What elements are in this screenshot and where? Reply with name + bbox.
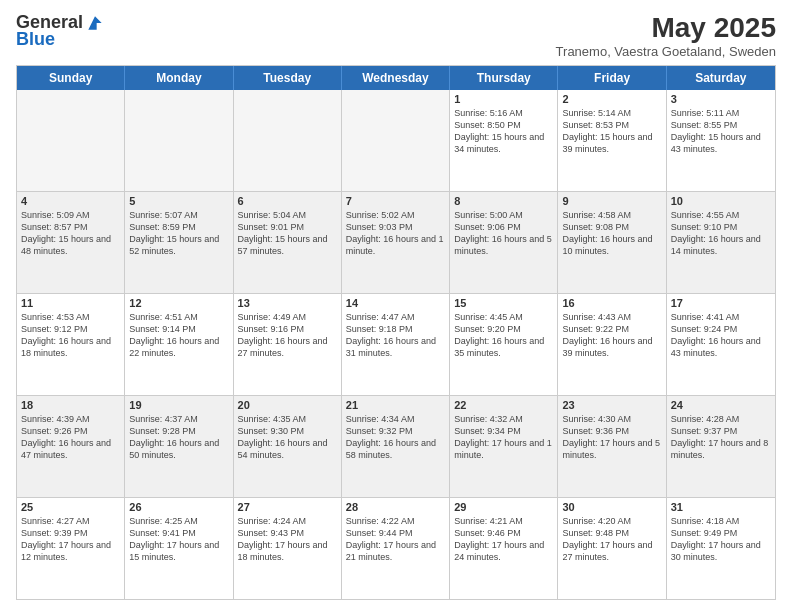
calendar-cell: 31Sunrise: 4:18 AM Sunset: 9:49 PM Dayli… [667,498,775,599]
day-number: 9 [562,195,661,207]
day-number: 27 [238,501,337,513]
calendar-row-3: 11Sunrise: 4:53 AM Sunset: 9:12 PM Dayli… [17,294,775,396]
calendar-row-5: 25Sunrise: 4:27 AM Sunset: 9:39 PM Dayli… [17,498,775,599]
day-number: 18 [21,399,120,411]
month-year: May 2025 [556,12,776,44]
day-number: 10 [671,195,771,207]
calendar-cell: 23Sunrise: 4:30 AM Sunset: 9:36 PM Dayli… [558,396,666,497]
calendar-header: SundayMondayTuesdayWednesdayThursdayFrid… [17,66,775,90]
day-number: 8 [454,195,553,207]
logo-block: General Blue [16,12,105,50]
weekday-header-wednesday: Wednesday [342,66,450,90]
day-info: Sunrise: 5:16 AM Sunset: 8:50 PM Dayligh… [454,107,553,156]
day-info: Sunrise: 5:14 AM Sunset: 8:53 PM Dayligh… [562,107,661,156]
calendar-cell: 4Sunrise: 5:09 AM Sunset: 8:57 PM Daylig… [17,192,125,293]
weekday-header-monday: Monday [125,66,233,90]
day-number: 13 [238,297,337,309]
calendar-cell: 29Sunrise: 4:21 AM Sunset: 9:46 PM Dayli… [450,498,558,599]
calendar-body: 1Sunrise: 5:16 AM Sunset: 8:50 PM Daylig… [17,90,775,599]
day-number: 22 [454,399,553,411]
day-number: 12 [129,297,228,309]
weekday-header-thursday: Thursday [450,66,558,90]
calendar-cell: 15Sunrise: 4:45 AM Sunset: 9:20 PM Dayli… [450,294,558,395]
calendar-cell: 26Sunrise: 4:25 AM Sunset: 9:41 PM Dayli… [125,498,233,599]
day-info: Sunrise: 4:45 AM Sunset: 9:20 PM Dayligh… [454,311,553,360]
calendar-cell [234,90,342,191]
calendar-cell: 21Sunrise: 4:34 AM Sunset: 9:32 PM Dayli… [342,396,450,497]
day-number: 19 [129,399,228,411]
calendar-cell: 10Sunrise: 4:55 AM Sunset: 9:10 PM Dayli… [667,192,775,293]
calendar: SundayMondayTuesdayWednesdayThursdayFrid… [16,65,776,600]
day-info: Sunrise: 4:24 AM Sunset: 9:43 PM Dayligh… [238,515,337,564]
day-info: Sunrise: 4:58 AM Sunset: 9:08 PM Dayligh… [562,209,661,258]
day-number: 5 [129,195,228,207]
day-number: 21 [346,399,445,411]
weekday-header-tuesday: Tuesday [234,66,342,90]
day-info: Sunrise: 4:37 AM Sunset: 9:28 PM Dayligh… [129,413,228,462]
calendar-cell: 22Sunrise: 4:32 AM Sunset: 9:34 PM Dayli… [450,396,558,497]
day-number: 23 [562,399,661,411]
day-info: Sunrise: 4:55 AM Sunset: 9:10 PM Dayligh… [671,209,771,258]
calendar-cell: 9Sunrise: 4:58 AM Sunset: 9:08 PM Daylig… [558,192,666,293]
logo-blue: Blue [16,29,55,50]
calendar-cell: 19Sunrise: 4:37 AM Sunset: 9:28 PM Dayli… [125,396,233,497]
day-number: 11 [21,297,120,309]
calendar-cell [342,90,450,191]
calendar-cell: 2Sunrise: 5:14 AM Sunset: 8:53 PM Daylig… [558,90,666,191]
day-info: Sunrise: 4:43 AM Sunset: 9:22 PM Dayligh… [562,311,661,360]
day-info: Sunrise: 4:18 AM Sunset: 9:49 PM Dayligh… [671,515,771,564]
title-block: May 2025 Tranemo, Vaestra Goetaland, Swe… [556,12,776,59]
day-info: Sunrise: 4:21 AM Sunset: 9:46 PM Dayligh… [454,515,553,564]
calendar-cell: 20Sunrise: 4:35 AM Sunset: 9:30 PM Dayli… [234,396,342,497]
calendar-cell: 3Sunrise: 5:11 AM Sunset: 8:55 PM Daylig… [667,90,775,191]
day-info: Sunrise: 4:27 AM Sunset: 9:39 PM Dayligh… [21,515,120,564]
day-info: Sunrise: 4:32 AM Sunset: 9:34 PM Dayligh… [454,413,553,462]
day-info: Sunrise: 4:51 AM Sunset: 9:14 PM Dayligh… [129,311,228,360]
calendar-row-4: 18Sunrise: 4:39 AM Sunset: 9:26 PM Dayli… [17,396,775,498]
day-info: Sunrise: 5:11 AM Sunset: 8:55 PM Dayligh… [671,107,771,156]
day-info: Sunrise: 4:35 AM Sunset: 9:30 PM Dayligh… [238,413,337,462]
calendar-row-2: 4Sunrise: 5:09 AM Sunset: 8:57 PM Daylig… [17,192,775,294]
day-info: Sunrise: 4:39 AM Sunset: 9:26 PM Dayligh… [21,413,120,462]
day-info: Sunrise: 4:53 AM Sunset: 9:12 PM Dayligh… [21,311,120,360]
day-number: 16 [562,297,661,309]
day-number: 14 [346,297,445,309]
day-info: Sunrise: 5:09 AM Sunset: 8:57 PM Dayligh… [21,209,120,258]
calendar-cell: 17Sunrise: 4:41 AM Sunset: 9:24 PM Dayli… [667,294,775,395]
page: General Blue May 2025 Tranemo, Vaestra G… [0,0,792,612]
calendar-cell [17,90,125,191]
day-number: 20 [238,399,337,411]
calendar-cell: 7Sunrise: 5:02 AM Sunset: 9:03 PM Daylig… [342,192,450,293]
day-number: 30 [562,501,661,513]
calendar-cell: 6Sunrise: 5:04 AM Sunset: 9:01 PM Daylig… [234,192,342,293]
logo: General Blue [16,12,105,50]
day-number: 7 [346,195,445,207]
logo-icon [85,13,105,33]
day-number: 17 [671,297,771,309]
calendar-row-1: 1Sunrise: 5:16 AM Sunset: 8:50 PM Daylig… [17,90,775,192]
day-number: 6 [238,195,337,207]
calendar-cell: 12Sunrise: 4:51 AM Sunset: 9:14 PM Dayli… [125,294,233,395]
day-number: 4 [21,195,120,207]
weekday-header-sunday: Sunday [17,66,125,90]
calendar-cell: 24Sunrise: 4:28 AM Sunset: 9:37 PM Dayli… [667,396,775,497]
calendar-cell: 14Sunrise: 4:47 AM Sunset: 9:18 PM Dayli… [342,294,450,395]
day-number: 25 [21,501,120,513]
calendar-cell: 28Sunrise: 4:22 AM Sunset: 9:44 PM Dayli… [342,498,450,599]
calendar-cell: 25Sunrise: 4:27 AM Sunset: 9:39 PM Dayli… [17,498,125,599]
calendar-cell: 18Sunrise: 4:39 AM Sunset: 9:26 PM Dayli… [17,396,125,497]
calendar-cell: 11Sunrise: 4:53 AM Sunset: 9:12 PM Dayli… [17,294,125,395]
calendar-cell: 27Sunrise: 4:24 AM Sunset: 9:43 PM Dayli… [234,498,342,599]
day-info: Sunrise: 4:49 AM Sunset: 9:16 PM Dayligh… [238,311,337,360]
day-number: 15 [454,297,553,309]
day-info: Sunrise: 4:34 AM Sunset: 9:32 PM Dayligh… [346,413,445,462]
day-number: 3 [671,93,771,105]
calendar-cell [125,90,233,191]
calendar-cell: 5Sunrise: 5:07 AM Sunset: 8:59 PM Daylig… [125,192,233,293]
calendar-cell: 1Sunrise: 5:16 AM Sunset: 8:50 PM Daylig… [450,90,558,191]
weekday-header-friday: Friday [558,66,666,90]
calendar-cell: 16Sunrise: 4:43 AM Sunset: 9:22 PM Dayli… [558,294,666,395]
day-number: 28 [346,501,445,513]
day-info: Sunrise: 4:47 AM Sunset: 9:18 PM Dayligh… [346,311,445,360]
day-number: 1 [454,93,553,105]
